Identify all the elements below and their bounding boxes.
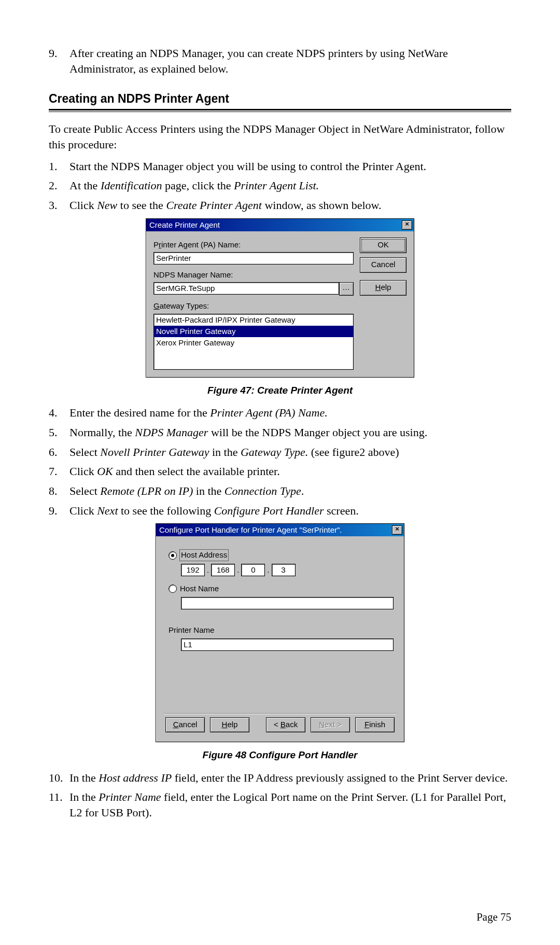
ip-octet-2[interactable]: 168: [211, 564, 235, 576]
ip-octet-3[interactable]: 0: [241, 564, 265, 576]
dialog-titlebar[interactable]: Configure Port Handler for Printer Agent…: [156, 524, 404, 536]
pa-name-label: Printer Agent (PA) Name:: [153, 240, 354, 250]
ip-address-row: 192. 168. 0. 3: [181, 564, 395, 576]
intro-step-9: 9. After creating an NDPS Manager, you c…: [49, 46, 511, 76]
dialog-titlebar[interactable]: Create Printer Agent ×: [146, 219, 414, 231]
printer-name-input[interactable]: L1: [181, 638, 394, 651]
ndps-manager-label: NDPS Manager Name:: [153, 270, 354, 280]
browse-button[interactable]: …: [339, 282, 354, 296]
pa-name-input[interactable]: SerPrinter: [153, 252, 354, 265]
help-button[interactable]: Help: [210, 717, 249, 732]
create-printer-agent-dialog: Create Printer Agent × Printer Agent (PA…: [146, 218, 414, 378]
back-button[interactable]: < Back: [266, 717, 305, 732]
step-9b: 9. Click Next to see the following Confi…: [49, 503, 511, 519]
step-text: After creating an NDPS Manager, you can …: [69, 46, 511, 76]
step-8: 8. Select Remote (LPR on IP) in the Conn…: [49, 483, 511, 499]
page-number: Page 75: [477, 910, 511, 924]
step-2: 2. At the Identification page, click the…: [49, 178, 511, 193]
finish-button[interactable]: Finish: [355, 717, 395, 732]
section-heading: Creating an NDPS Printer Agent: [49, 91, 511, 107]
host-address-radio[interactable]: Host Address: [169, 550, 395, 560]
step-6: 6. Select Novell Printer Gateway in the …: [49, 444, 511, 460]
host-name-label: Host Name: [180, 583, 219, 594]
configure-port-handler-dialog: Configure Port Handler for Printer Agent…: [156, 523, 404, 742]
printer-name-label: Printer Name: [169, 625, 395, 635]
ndps-manager-input[interactable]: SerMGR.TeSupp: [153, 282, 339, 295]
step-10: 10. In the Host address IP field, enter …: [49, 770, 511, 786]
list-item[interactable]: Hewlett-Packard IP/IPX Printer Gateway: [154, 314, 353, 326]
figure-48-caption: Figure 48 Configure Port Handler: [49, 748, 511, 762]
ip-octet-1[interactable]: 192: [181, 564, 205, 576]
step-1: 1. Start the NDPS Manager object you wil…: [49, 159, 511, 174]
ip-octet-4[interactable]: 3: [272, 564, 296, 576]
step-7: 7. Click OK and then select the availabl…: [49, 464, 511, 479]
radio-checked-icon: [169, 551, 177, 560]
document-page: 9. After creating an NDPS Manager, you c…: [0, 0, 560, 945]
cancel-button[interactable]: Cancel: [165, 717, 205, 732]
list-item[interactable]: Xerox Printer Gateway: [154, 337, 353, 349]
cancel-button[interactable]: Cancel: [360, 257, 407, 273]
step-4: 4. Enter the desired name for the Printe…: [49, 405, 511, 421]
figure-47-caption: Figure 47: Create Printer Agent: [49, 384, 511, 397]
section-rule: [49, 109, 511, 110]
section-rule-thin: [49, 112, 511, 112]
radio-unchecked-icon: [169, 585, 177, 593]
step-number: 9.: [49, 46, 69, 76]
host-name-input[interactable]: [181, 597, 394, 609]
host-address-label: Host Address: [180, 550, 228, 560]
dialog-title: Configure Port Handler for Printer Agent…: [159, 525, 342, 535]
help-button[interactable]: Help: [360, 280, 407, 296]
gateway-types-listbox[interactable]: Hewlett-Packard IP/IPX Printer Gateway N…: [153, 314, 354, 370]
step-11: 11. In the Printer Name field, enter the…: [49, 789, 511, 820]
host-name-radio[interactable]: Host Name: [169, 583, 395, 594]
next-button: Next >: [311, 717, 350, 732]
intro-paragraph: To create Public Access Printers using t…: [49, 121, 511, 152]
list-item-selected[interactable]: Novell Printer Gateway: [154, 326, 353, 337]
ok-button[interactable]: OK: [360, 238, 407, 253]
step-5: 5. Normally, the NDPS Manager will be th…: [49, 425, 511, 440]
close-icon[interactable]: ×: [392, 525, 402, 535]
gateway-types-label: Gateway Types:: [153, 301, 354, 311]
close-icon[interactable]: ×: [402, 220, 412, 230]
step-3: 3. Click New to see the Create Printer A…: [49, 198, 511, 213]
dialog-title: Create Printer Agent: [149, 220, 220, 230]
dialog-button-row: Cancel Help < Back Next > Finish: [165, 713, 395, 736]
